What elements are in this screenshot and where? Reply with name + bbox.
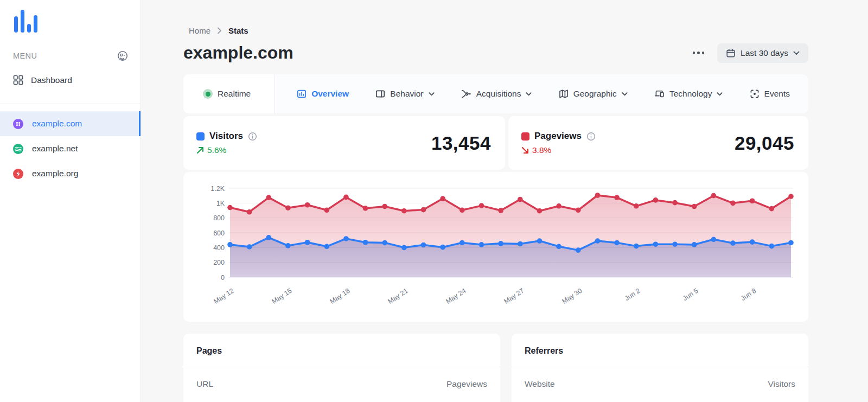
svg-text:Jun 2: Jun 2 bbox=[623, 287, 641, 302]
chevron-down-icon bbox=[622, 92, 628, 96]
date-range-button[interactable]: Last 30 days bbox=[717, 43, 808, 63]
svg-text:800: 800 bbox=[213, 214, 225, 222]
calendar-icon bbox=[726, 48, 736, 58]
clover-badge-icon bbox=[13, 119, 23, 129]
breadcrumb-home-link[interactable]: Home bbox=[189, 26, 210, 35]
chevron-down-icon bbox=[793, 51, 800, 55]
tab-behavior[interactable]: Behavior bbox=[375, 89, 434, 99]
bar-chart-icon bbox=[297, 89, 307, 99]
tab-geographic[interactable]: Geographic bbox=[559, 89, 628, 99]
chevron-right-icon bbox=[217, 27, 222, 34]
svg-text:200: 200 bbox=[213, 259, 225, 266]
svg-text:400: 400 bbox=[213, 244, 225, 252]
pages-table-title: Pages bbox=[183, 334, 500, 367]
grid-icon bbox=[13, 75, 23, 85]
trend-up-icon bbox=[196, 146, 204, 154]
site-label: example.net bbox=[32, 144, 78, 154]
sidebar-item-label: Dashboard bbox=[31, 75, 72, 85]
tab-label: Behavior bbox=[390, 89, 423, 99]
scan-icon bbox=[750, 89, 760, 99]
tab-realtime[interactable]: Realtime bbox=[183, 74, 275, 113]
section-tabs: Realtime Overview bbox=[183, 74, 808, 113]
app-logo bbox=[0, 0, 141, 36]
tab-label: Realtime bbox=[218, 89, 251, 99]
devices-icon bbox=[654, 89, 665, 99]
svg-text:600: 600 bbox=[213, 229, 225, 237]
sidebar-sites-list: example.com example.net bbox=[0, 104, 141, 186]
tab-label: Acquisitions bbox=[476, 89, 521, 99]
svg-text:0: 0 bbox=[221, 274, 225, 282]
traffic-line-chart[interactable]: 02004006008001K1.2KMay 12May 15May 18May… bbox=[183, 172, 808, 309]
tab-label: Events bbox=[764, 89, 790, 99]
sidebar: MENU bbox=[0, 0, 141, 402]
visitors-stat-card: Visitors bbox=[183, 116, 505, 170]
traffic-chart-card: 02004006008001K1.2KMay 12May 15May 18May… bbox=[183, 172, 808, 322]
visitors-change: 5.6% bbox=[207, 145, 226, 155]
tab-label: Technology bbox=[669, 89, 712, 99]
more-options-button[interactable] bbox=[691, 47, 707, 59]
svg-text:May 15: May 15 bbox=[271, 287, 293, 305]
pageviews-value: 29,045 bbox=[735, 132, 794, 154]
menu-heading: MENU bbox=[13, 52, 37, 60]
referrers-col-visitors: Visitors bbox=[768, 379, 795, 389]
pages-table-card: Pages URL Pageviews bbox=[183, 334, 500, 402]
page-title: example.com bbox=[183, 43, 293, 63]
tab-technology[interactable]: Technology bbox=[654, 89, 723, 99]
pageviews-label: Pageviews bbox=[534, 131, 582, 142]
breadcrumb: Home Stats bbox=[183, 26, 808, 35]
date-range-label: Last 30 days bbox=[741, 48, 788, 58]
svg-text:1K: 1K bbox=[216, 200, 225, 207]
tab-label: Overview bbox=[311, 89, 349, 99]
site-label: example.org bbox=[32, 169, 78, 178]
realtime-pulse-icon bbox=[203, 89, 213, 99]
pages-col-url: URL bbox=[196, 379, 213, 389]
trend-down-icon bbox=[521, 146, 529, 154]
info-icon[interactable] bbox=[586, 132, 596, 141]
referrers-table-title: Referrers bbox=[512, 334, 808, 367]
map-icon bbox=[559, 89, 569, 99]
site-label: example.com bbox=[32, 119, 82, 129]
bolt-badge-icon bbox=[13, 169, 23, 179]
branch-icon bbox=[461, 89, 471, 99]
app: MENU bbox=[0, 0, 868, 402]
chevron-down-icon bbox=[429, 92, 435, 96]
svg-text:Jun 5: Jun 5 bbox=[681, 287, 699, 302]
svg-text:May 21: May 21 bbox=[387, 287, 410, 305]
waves-badge-icon bbox=[13, 144, 23, 154]
visitors-value: 13,454 bbox=[431, 132, 491, 154]
bar-chart-logo-icon bbox=[13, 9, 38, 34]
svg-text:May 30: May 30 bbox=[560, 287, 583, 305]
referrers-col-website: Website bbox=[525, 379, 555, 389]
sidebar-item-example-org[interactable]: example.org bbox=[0, 161, 141, 186]
breadcrumb-current: Stats bbox=[228, 26, 248, 35]
sidebar-item-example-net[interactable]: example.net bbox=[0, 136, 141, 161]
chevron-down-icon bbox=[717, 92, 723, 96]
svg-text:May 27: May 27 bbox=[502, 287, 525, 305]
pageviews-change: 3.8% bbox=[532, 145, 551, 155]
account-face-button[interactable] bbox=[117, 50, 129, 62]
svg-text:Jun 8: Jun 8 bbox=[739, 287, 757, 302]
svg-text:May 12: May 12 bbox=[213, 287, 235, 305]
chevron-down-icon bbox=[526, 92, 532, 96]
pages-col-pageviews: Pageviews bbox=[446, 379, 487, 389]
visitors-label: Visitors bbox=[209, 131, 243, 142]
sidebar-item-example-com[interactable]: example.com bbox=[0, 111, 141, 136]
referrers-table-card: Referrers Website Visitors bbox=[512, 334, 808, 402]
pageviews-stat-card: Pageviews bbox=[508, 116, 808, 170]
info-icon[interactable] bbox=[248, 132, 257, 141]
face-icon bbox=[117, 50, 129, 62]
visitors-color-swatch bbox=[196, 132, 205, 141]
svg-text:May 18: May 18 bbox=[329, 287, 352, 305]
layout-icon bbox=[375, 89, 385, 99]
pageviews-color-swatch bbox=[521, 132, 529, 141]
main-content: Home Stats example.com bbox=[141, 0, 868, 402]
svg-text:1.2K: 1.2K bbox=[210, 185, 225, 193]
svg-text:May 24: May 24 bbox=[444, 287, 467, 305]
tab-events[interactable]: Events bbox=[750, 89, 790, 99]
tab-overview[interactable]: Overview bbox=[297, 89, 349, 99]
sidebar-item-dashboard[interactable]: Dashboard bbox=[0, 69, 141, 91]
tab-acquisitions[interactable]: Acquisitions bbox=[461, 89, 532, 99]
tab-label: Geographic bbox=[573, 89, 617, 99]
